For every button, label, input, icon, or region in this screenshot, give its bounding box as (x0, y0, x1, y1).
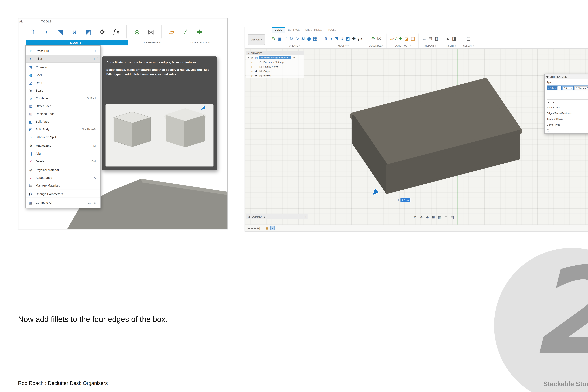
create-menu-header[interactable]: CREATE (289, 44, 300, 47)
radio-target-icon[interactable]: ◎ (293, 56, 296, 59)
menu-item[interactable]: ◧ Split Face (26, 118, 100, 126)
hole-icon[interactable]: ◉ (307, 36, 311, 41)
info-icon[interactable]: ⓘ (547, 129, 549, 132)
menu-item[interactable]: ✥ Move/Copy M (26, 142, 100, 150)
timeline-control[interactable]: ▶| (258, 227, 260, 230)
menu-item[interactable]: ⇲ Scale (26, 87, 100, 94)
menu-item[interactable]: ⊡ Offset Face (26, 102, 100, 110)
browser-tree-row[interactable]: ▷ ▤ Named Views (246, 64, 304, 69)
menu-item[interactable]: ƒx Change Parameters (26, 190, 100, 198)
select-window-icon[interactable]: ▢ (466, 36, 471, 41)
display-settings-icon[interactable]: ▦ (438, 216, 441, 219)
browser-tree-row[interactable]: ▷ ⚙ Document Settings (246, 60, 304, 64)
document-name[interactable]: stackable storage instructio... (259, 56, 291, 59)
browser-root-row[interactable]: ▼ ◉ ▤ stackable storage instructio... ◎ (246, 55, 304, 60)
change-parameters-icon[interactable]: ƒx (358, 36, 362, 41)
more-options-icon[interactable]: ⋮ (96, 57, 98, 60)
collapse-comments-icon[interactable]: « (304, 215, 306, 218)
menu-item[interactable]: ▤ Manage Materials (26, 182, 100, 189)
expander-icon[interactable]: ▷ (252, 61, 254, 63)
new-component-icon[interactable]: ⊕ (371, 36, 375, 41)
eye-icon[interactable]: ◉ (255, 70, 258, 72)
orbit-icon[interactable]: ⟳ (414, 216, 417, 219)
expander-icon[interactable]: ▷ (252, 65, 254, 68)
menu-item[interactable]: ◍ Shell (26, 71, 100, 79)
workspace-tab[interactable]: SURFACE (285, 28, 302, 33)
move-copy-icon[interactable]: ✥ (352, 36, 356, 41)
workspace-tab[interactable]: SOLID (272, 28, 285, 33)
menu-item[interactable]: ⊞ Replace Face (26, 110, 100, 118)
workspace-tab[interactable]: TOOLS (325, 28, 339, 33)
add-edge-set-button[interactable]: + (548, 101, 550, 104)
expander-icon[interactable]: ▷ (252, 70, 254, 72)
eye-icon[interactable]: ◉ (251, 56, 254, 59)
measure-icon[interactable]: ↔ (422, 36, 426, 41)
menu-item[interactable]: ◿ Draft (26, 79, 100, 87)
inspect-menu-header[interactable]: INSPECT (424, 44, 436, 47)
timeline-control[interactable]: ◀ (251, 227, 253, 230)
timeline-feature[interactable]: ◗ (270, 226, 275, 230)
pan-icon[interactable]: ✥ (420, 216, 423, 219)
insert-menu-header[interactable]: INSERT (446, 44, 456, 47)
sketch-icon[interactable]: ✎ (272, 36, 275, 41)
press-pull-icon[interactable]: ⇧ (324, 36, 328, 41)
display-mesh-icon[interactable]: ▥ (434, 36, 438, 41)
eye-icon[interactable]: ◉ (255, 74, 258, 77)
zoom-window-icon[interactable]: ⊙ (426, 216, 429, 219)
modify-menu-header[interactable]: MODIFY (26, 40, 128, 46)
menu-item[interactable]: ◑ Silhouette Split (26, 133, 100, 141)
dimension-input[interactable]: ✛ 7.5 mm (397, 198, 413, 202)
split-body-icon[interactable]: ◩ (346, 36, 350, 41)
midplane-icon[interactable]: ◫ (411, 36, 415, 41)
box-solid-icon[interactable]: ▣ (278, 36, 282, 41)
timeline-control[interactable]: ▶ (254, 227, 256, 230)
dimension-value[interactable]: 7.5 mm (401, 198, 410, 202)
collapse-panel-icon[interactable]: « (248, 52, 249, 54)
workspace-tab[interactable]: SHEET METAL (302, 28, 325, 33)
construction-axis-icon[interactable]: ∕ (396, 36, 396, 41)
modify-menu-header[interactable]: MODIFY (338, 44, 348, 47)
menu-item[interactable]: ▦ Compute All Ctrl+B (26, 199, 100, 206)
browser-header[interactable]: « BROWSER (246, 51, 304, 55)
dim-handle-icon[interactable]: ✛ (397, 198, 400, 202)
browser-tree-row[interactable]: ▷ ◉ ▤ Origin (246, 69, 304, 73)
timeline-feature[interactable]: ▣ (265, 226, 269, 230)
edge-set-row[interactable]: 4 Edges ◜ 7.5 ◠ Tangent (G1) (547, 86, 588, 90)
timeline-control[interactable]: |◀ (248, 227, 250, 230)
extrude-icon[interactable]: ⇧ (284, 36, 288, 41)
tangent-plane-icon[interactable]: ◪ (404, 36, 409, 41)
menu-item[interactable]: ◩ Split Body Alt+Shift+S (26, 126, 100, 133)
design-workspace-button[interactable]: DESIGN (248, 34, 265, 45)
revolve-icon[interactable]: ↻ (290, 36, 293, 41)
browser-tree-row[interactable]: ▷ ◉ ▤ Bodies (246, 73, 304, 78)
loft-icon[interactable]: ≋ (301, 36, 305, 41)
section-analysis-icon[interactable]: ⊟ (428, 36, 432, 41)
chamfer-icon[interactable]: ◥ (335, 36, 338, 41)
menu-item[interactable]: ⇧ Press Pull Q (26, 47, 100, 55)
continuity-dropdown[interactable]: ◠ Tangent (G1) (574, 86, 588, 90)
grid-display-icon[interactable]: ▢ (444, 216, 448, 219)
combine-icon[interactable]: ⊎ (340, 36, 344, 41)
construction-point-icon[interactable]: ✚ (399, 36, 402, 41)
expander-icon[interactable]: ▷ (252, 74, 254, 77)
sweep-icon[interactable]: ∿ (295, 36, 299, 41)
select-menu-header[interactable]: SELECT (463, 44, 474, 47)
chevron-down-icon[interactable] (412, 198, 413, 201)
fit-view-icon[interactable]: ⊡ (432, 216, 435, 219)
menu-item[interactable]: ⇶ Align (26, 150, 100, 158)
expander-icon[interactable]: ▼ (248, 56, 250, 59)
radius-input[interactable]: 7.5 (562, 86, 573, 90)
construct-menu-header[interactable]: CONSTRUCT (395, 44, 411, 47)
insert-mesh-icon[interactable]: ▲ (446, 36, 450, 41)
remove-edge-set-button[interactable]: × (553, 101, 554, 104)
assemble-menu-header[interactable]: ASSEMBLE (370, 44, 384, 47)
offset-plane-icon[interactable]: ▱ (390, 36, 394, 41)
menu-item[interactable]: × Delete Del (26, 158, 100, 165)
viewport-layout-icon[interactable]: ▤ (451, 216, 454, 219)
menu-item[interactable]: ⊗ Physical Material (26, 166, 100, 174)
fillet-icon[interactable]: ◗ (330, 36, 333, 41)
decal-icon[interactable]: ◨ (452, 36, 456, 41)
menu-item[interactable]: ◥ Chamfer (26, 64, 100, 71)
menu-item[interactable]: ◕ Appearance A (26, 174, 100, 182)
pattern-icon[interactable]: ▦ (313, 36, 317, 41)
